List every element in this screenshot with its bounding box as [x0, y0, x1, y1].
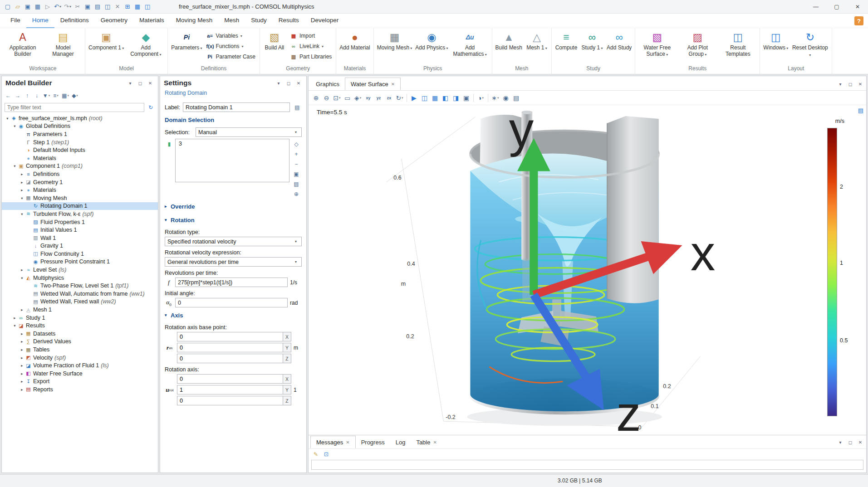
tree-item[interactable]: ▸∞Study 1	[2, 314, 158, 322]
settings-menu-icon[interactable]: ▾	[275, 79, 283, 87]
tree-item[interactable]: ▸◪Geometry 1	[2, 178, 158, 186]
section-override[interactable]: ▸Override	[165, 200, 302, 212]
add-to-selection-icon[interactable]: +	[292, 150, 301, 159]
tree-item[interactable]: ▾◉Global Definitions	[2, 122, 158, 131]
new-file-icon[interactable]: ▢	[3, 1, 13, 12]
add-material-button[interactable]: ●Add Material	[338, 29, 371, 63]
tree-item[interactable]: ▸●Materials	[2, 186, 158, 194]
move-up-icon[interactable]: ↑	[23, 91, 32, 100]
velocity-expression-dropdown[interactable]: General revolutions per time▾	[165, 257, 302, 267]
appearance-icon[interactable]: ◑▾	[476, 93, 486, 103]
redo-icon[interactable]: ↷▾	[63, 1, 73, 12]
label-input[interactable]	[183, 102, 290, 112]
undo-icon[interactable]: ↶▾	[53, 1, 63, 12]
zoom-box-icon[interactable]: ▭	[342, 93, 353, 103]
tab-water-surface[interactable]: Water Surface✕	[345, 78, 401, 90]
base-point-x-input[interactable]	[177, 332, 283, 341]
section-domain-selection[interactable]: Domain Selection	[165, 114, 302, 126]
rotation-axis-x-input[interactable]	[177, 374, 283, 384]
remove-from-selection-icon[interactable]: −	[292, 160, 301, 169]
tree-item[interactable]: ▸◩Velocity(spf)	[2, 354, 158, 362]
tree-item[interactable]: ▤Wetted Wall, Fixed wall(ww2)	[2, 298, 158, 306]
maximize-button[interactable]: ▢	[826, 0, 847, 14]
selection-list-item[interactable]: 3	[176, 140, 289, 147]
close-tab-icon[interactable]: ✕	[391, 82, 395, 87]
import-button[interactable]: ▦Import	[288, 31, 334, 40]
paste-selection-icon[interactable]: ▤	[292, 180, 301, 189]
selection-list[interactable]: 3	[175, 139, 289, 182]
go-to-xy-view-icon[interactable]: xy	[363, 93, 373, 103]
tree-item[interactable]: ▾≋Turbulent Flow, k-ε(spf)	[2, 210, 158, 218]
tree-item[interactable]: ▨Fluid Properties 1	[2, 218, 158, 226]
tree-item[interactable]: ΓStep 1(step1)	[2, 138, 158, 146]
print-icon[interactable]: ▤	[511, 93, 521, 103]
reset-desktop-button[interactable]: ↻Reset Desktop ▾	[790, 29, 830, 63]
tree-item[interactable]: ▤Initial Values 1	[2, 226, 158, 234]
back-icon[interactable]: ←	[4, 91, 13, 100]
windows-button[interactable]: ◫Windows ▾	[762, 29, 790, 63]
tree-item[interactable]: ▸◬Mesh 1	[2, 306, 158, 314]
bottom-float-icon[interactable]: ◻	[846, 438, 854, 446]
part-libraries-button[interactable]: ▥Part Libraries	[288, 52, 334, 61]
cut-icon[interactable]: ✂	[73, 1, 83, 12]
active-toggle-icon[interactable]: ▮	[165, 140, 174, 149]
tree-item[interactable]: ▾▦Moving Mesh	[2, 194, 158, 202]
add-mathematics-button[interactable]: ΔuAdd Mathematics ▾	[450, 29, 490, 63]
tree-item[interactable]: ◫Flow Continuity 1	[2, 250, 158, 258]
collapse-all-icon[interactable]: ≡▾	[51, 91, 60, 100]
parameter-case-button[interactable]: PiParameter Case	[204, 52, 258, 61]
add-physics-button[interactable]: ◉Add Physics ▾	[414, 29, 449, 63]
result-templates-button[interactable]: ◫Result Templates	[718, 29, 758, 63]
close-tab-icon[interactable]: ✕	[346, 440, 349, 445]
tree-item[interactable]: ↻Rotating Domain 1	[2, 202, 158, 210]
mb-menu-icon[interactable]: ▾	[126, 79, 134, 87]
component-button[interactable]: ▣Component 1 ▾	[87, 29, 125, 63]
menu-tab-moving-mesh[interactable]: Moving Mesh	[170, 14, 218, 28]
gfx-close-icon[interactable]: ✕	[856, 80, 864, 88]
gfx-float-icon[interactable]: ◻	[846, 80, 854, 88]
view-lock-icon[interactable]: ▣	[461, 93, 471, 103]
menu-tab-home[interactable]: Home	[26, 14, 54, 28]
tree-item[interactable]: ◑Default Model Inputs	[2, 146, 158, 154]
forward-icon[interactable]: →	[13, 91, 22, 100]
revolutions-input[interactable]	[175, 278, 288, 287]
functions-button[interactable]: f(x)Functions▾	[204, 42, 258, 51]
tree-item[interactable]: ↓Gravity 1	[2, 242, 158, 250]
gfx-menu-icon[interactable]: ▾	[836, 80, 844, 88]
tree-item[interactable]: ▾◭Multiphysics	[2, 274, 158, 282]
mb-close-icon[interactable]: ✕	[146, 79, 154, 87]
tree-item[interactable]: ▤Wetted Wall, Automatic from frame(ww1)	[2, 290, 158, 298]
tree-item[interactable]: ▾◈free_surface_mixer_ls.mph(root)	[2, 114, 158, 122]
tree-item[interactable]: ▸≈Level Set(ls)	[2, 266, 158, 274]
menu-tab-mesh[interactable]: Mesh	[218, 14, 245, 28]
tree-item[interactable]: ▾▣Component 1(comp1)	[2, 162, 158, 170]
variables-button[interactable]: a=Variables▾	[204, 31, 258, 40]
tree-item[interactable]: ▥Wall 1	[2, 234, 158, 242]
paste-icon[interactable]: ▤	[93, 1, 103, 12]
rotation-type-dropdown[interactable]: Specified rotational velocity▾	[165, 237, 302, 246]
tab-log[interactable]: Log	[390, 436, 411, 448]
show-grid-icon[interactable]: ▦	[430, 93, 440, 103]
zoom-to-selection-icon[interactable]: ⊕	[292, 190, 301, 199]
menu-tab-study[interactable]: Study	[245, 14, 273, 28]
tree-item[interactable]: ▸∑Derived Values	[2, 338, 158, 346]
menu-tab-geometry[interactable]: Geometry	[95, 14, 133, 28]
open-log-icon[interactable]: ⊡	[322, 450, 331, 459]
close-button[interactable]: ✕	[847, 0, 868, 14]
tree-item[interactable]: ≋Two-Phase Flow, Level Set 1(tpf1)	[2, 282, 158, 290]
tree-item[interactable]: πParameters 1	[2, 130, 158, 138]
menu-tab-developer[interactable]: Developer	[305, 14, 345, 28]
study-1-button[interactable]: ∞Study 1 ▾	[579, 29, 605, 63]
base-point-y-input[interactable]	[177, 343, 283, 352]
settings-float-icon[interactable]: ◻	[284, 79, 293, 87]
mb-float-icon[interactable]: ◻	[136, 79, 144, 87]
mesh-1-button[interactable]: △Mesh 1 ▾	[524, 29, 549, 63]
section-rotation[interactable]: ▾Rotation	[165, 214, 302, 226]
zoom-out-icon[interactable]: ⊖	[321, 93, 332, 103]
go-to-yz-view-icon[interactable]: yz	[373, 93, 384, 103]
minimize-button[interactable]: —	[805, 0, 826, 14]
moving-mesh-button[interactable]: ▦Moving Mesh ▾	[376, 29, 414, 63]
help-icon[interactable]: ?	[854, 16, 863, 25]
water-free-surface-button[interactable]: ▧Water Free Surface ▾	[637, 29, 677, 63]
tab-graphics[interactable]: Graphics	[310, 78, 345, 90]
